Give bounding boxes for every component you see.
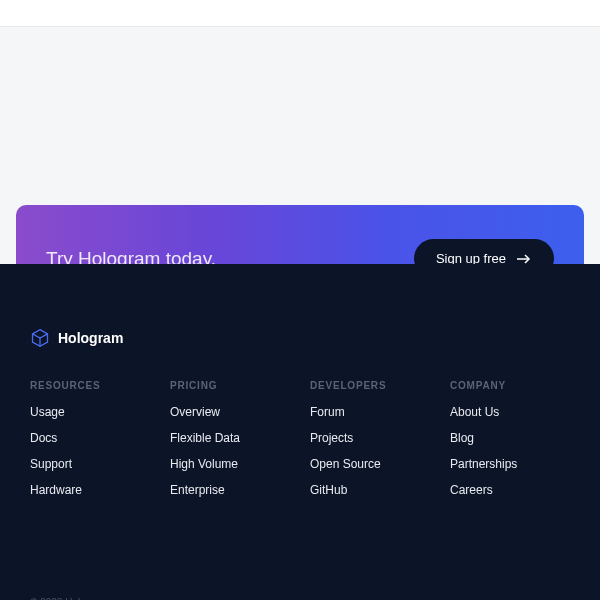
- footer-link-hardware[interactable]: Hardware: [30, 483, 150, 497]
- footer-col-developers: DEVELOPERS Forum Projects Open Source Gi…: [310, 380, 430, 509]
- footer-link-high-volume[interactable]: High Volume: [170, 457, 290, 471]
- brand-logo[interactable]: Hologram: [30, 328, 570, 348]
- footer-link-careers[interactable]: Careers: [450, 483, 570, 497]
- footer-link-docs[interactable]: Docs: [30, 431, 150, 445]
- footer-link-forum[interactable]: Forum: [310, 405, 430, 419]
- footer-heading-pricing: PRICING: [170, 380, 290, 391]
- footer-link-github[interactable]: GitHub: [310, 483, 430, 497]
- footer-link-usage[interactable]: Usage: [30, 405, 150, 419]
- arrow-right-icon: [516, 254, 532, 264]
- footer-heading-developers: DEVELOPERS: [310, 380, 430, 391]
- footer-link-overview[interactable]: Overview: [170, 405, 290, 419]
- footer-link-blog[interactable]: Blog: [450, 431, 570, 445]
- footer-col-company: COMPANY About Us Blog Partnerships Caree…: [450, 380, 570, 509]
- footer-col-resources: RESOURCES Usage Docs Support Hardware: [30, 380, 150, 509]
- footer-link-projects[interactable]: Projects: [310, 431, 430, 445]
- footer-link-flexible-data[interactable]: Flexible Data: [170, 431, 290, 445]
- footer-link-about-us[interactable]: About Us: [450, 405, 570, 419]
- footer-col-pricing: PRICING Overview Flexible Data High Volu…: [170, 380, 290, 509]
- footer-heading-resources: RESOURCES: [30, 380, 150, 391]
- footer-link-enterprise[interactable]: Enterprise: [170, 483, 290, 497]
- top-bar: [0, 0, 600, 26]
- footer-link-open-source[interactable]: Open Source: [310, 457, 430, 471]
- footer-link-partnerships[interactable]: Partnerships: [450, 457, 570, 471]
- footer-link-support[interactable]: Support: [30, 457, 150, 471]
- brand-name: Hologram: [58, 330, 123, 346]
- footer: Hologram RESOURCES Usage Docs Support Ha…: [0, 264, 600, 600]
- hero-section: Try Hologram today. Sign up free: [0, 26, 600, 264]
- footer-columns: RESOURCES Usage Docs Support Hardware PR…: [30, 380, 570, 509]
- hologram-cube-icon: [30, 328, 50, 348]
- footer-heading-company: COMPANY: [450, 380, 570, 391]
